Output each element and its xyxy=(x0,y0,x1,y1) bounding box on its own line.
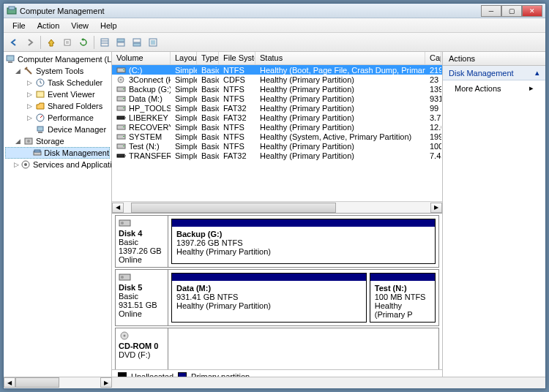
disk-icon xyxy=(119,219,132,227)
volume-name: LIBERKEY (J:) xyxy=(129,113,171,122)
disk-row[interactable]: Disk 4Basic1397.26 GBOnlineBackup (G:)13… xyxy=(115,215,439,268)
volume-layout: Simple xyxy=(171,123,197,132)
volume-row[interactable]: LIBERKEY (J:)SimpleBasicFAT32Healthy (Pr… xyxy=(112,113,442,122)
svg-rect-19 xyxy=(37,127,43,131)
menu-action[interactable]: Action xyxy=(31,20,66,31)
expand-icon[interactable]: ▷ xyxy=(26,91,34,99)
partition[interactable]: Test (N:)100 MB NTFSHealthy (Primary P xyxy=(370,273,436,323)
disk-partitions xyxy=(168,328,438,369)
view-settings-button[interactable] xyxy=(146,35,160,50)
drive-icon xyxy=(116,76,127,83)
tree-task-scheduler[interactable]: ▷ Task Scheduler xyxy=(5,77,110,88)
volume-row[interactable]: (C:)SimpleBasicNTFSHealthy (Boot, Page F… xyxy=(112,65,442,75)
menu-help[interactable]: Help xyxy=(94,20,123,31)
partition[interactable]: Backup (G:)1397.26 GB NTFSHealthy (Prima… xyxy=(171,219,436,264)
list-hscrollbar[interactable]: ◀ ▶ xyxy=(112,201,442,213)
expand-icon[interactable]: ▷ xyxy=(26,102,34,110)
up-button[interactable] xyxy=(44,35,59,50)
disk-partitions: Data (M:)931.41 GB NTFSHealthy (Primary … xyxy=(168,270,438,325)
collapse-icon[interactable]: ◢ xyxy=(14,137,22,146)
maximize-button[interactable]: ▢ xyxy=(501,5,522,17)
tree-device-manager[interactable]: Device Manager xyxy=(5,124,110,135)
properties-button[interactable] xyxy=(60,35,75,50)
bottom-scrollbar[interactable]: ◀ ▶ xyxy=(4,377,545,388)
tree-root[interactable]: Computer Management (Local xyxy=(5,53,110,65)
svg-rect-9 xyxy=(117,42,124,46)
volume-row[interactable]: SYSTEMSimpleBasicNTFSHealthy (System, Ac… xyxy=(112,132,442,141)
volume-row[interactable]: HP_TOOLS (E:)SimpleBasicFAT32Healthy (Pr… xyxy=(112,103,442,113)
scroll-left-button[interactable]: ◀ xyxy=(4,377,15,388)
disk-name: Disk 5 xyxy=(119,283,165,292)
volume-layout: Simple xyxy=(171,75,197,84)
disk-graphical-view[interactable]: Disk 4Basic1397.26 GBOnlineBackup (G:)13… xyxy=(112,213,442,369)
volume-status: Healthy (Primary Partition) xyxy=(255,75,425,84)
collapse-icon: ▴ xyxy=(535,68,539,78)
scroll-right-button[interactable]: ▶ xyxy=(430,203,442,213)
view-bottom-button[interactable] xyxy=(130,35,144,50)
volume-fs: NTFS xyxy=(219,85,255,94)
expand-icon[interactable]: ▷ xyxy=(26,79,34,87)
col-cap[interactable]: Cap xyxy=(425,52,441,64)
disk-size: 1397.26 GB xyxy=(119,246,165,255)
drive-icon xyxy=(116,105,127,112)
menu-view[interactable]: View xyxy=(65,20,94,31)
nav-tree[interactable]: Computer Management (Local ◢ System Tool… xyxy=(4,52,112,382)
tree-disk-management[interactable]: Disk Management xyxy=(5,147,110,159)
view-list-button[interactable] xyxy=(97,35,112,50)
scroll-thumb[interactable] xyxy=(131,203,336,213)
svg-rect-8 xyxy=(117,39,124,42)
col-fs[interactable]: File System xyxy=(219,52,255,64)
disk-type: Basic xyxy=(119,238,165,246)
scroll-thumb[interactable] xyxy=(15,377,59,388)
content-area: Computer Management (Local ◢ System Tool… xyxy=(4,52,545,382)
list-body[interactable]: (C:)SimpleBasicNTFSHealthy (Boot, Page F… xyxy=(112,65,442,201)
collapse-icon[interactable]: ◢ xyxy=(14,67,22,75)
tree-shared-folders[interactable]: ▷ Shared Folders xyxy=(5,100,110,112)
tree-storage[interactable]: ◢ Storage xyxy=(5,135,110,147)
actions-section[interactable]: Disk Management ▴ xyxy=(443,66,545,80)
col-volume[interactable]: Volume xyxy=(112,52,171,64)
expand-icon[interactable]: ▷ xyxy=(14,161,19,169)
volume-row[interactable]: RECOVERY (D:)SimpleBasicNTFSHealthy (Pri… xyxy=(112,122,442,132)
expand-icon[interactable]: ▷ xyxy=(26,114,34,122)
volume-fs: NTFS xyxy=(219,123,255,132)
volume-cap: 199 xyxy=(425,132,441,141)
col-status[interactable]: Status xyxy=(255,52,425,64)
titlebar[interactable]: Computer Management ─ ▢ ✕ xyxy=(4,4,545,18)
disk-row[interactable]: Disk 5Basic931.51 GBOnlineData (M:)931.4… xyxy=(115,269,439,326)
svg-rect-28 xyxy=(123,69,124,70)
scroll-right-button[interactable]: ▶ xyxy=(100,377,112,388)
drive-icon xyxy=(116,152,127,159)
menu-file[interactable]: File xyxy=(7,20,31,31)
view-top-button[interactable] xyxy=(113,35,128,50)
volume-row[interactable]: Data (M:)SimpleBasicNTFSHealthy (Primary… xyxy=(112,94,442,103)
disk-row[interactable]: CD-ROM 0DVD (F:)No Media xyxy=(115,328,439,369)
volume-fs: FAT32 xyxy=(219,113,255,122)
minimize-button[interactable]: ─ xyxy=(481,5,501,17)
tree-system-tools[interactable]: ◢ System Tools xyxy=(5,65,110,77)
volume-list[interactable]: Volume Layout Type File System Status Ca… xyxy=(112,52,442,213)
col-type[interactable]: Type xyxy=(197,52,219,64)
scroll-left-button[interactable]: ◀ xyxy=(112,203,124,213)
disk-info: CD-ROM 0DVD (F:)No Media xyxy=(116,328,168,369)
tree-performance[interactable]: ▷ Performance xyxy=(5,112,110,124)
partition[interactable]: Data (M:)931.41 GB NTFSHealthy (Primary … xyxy=(171,273,367,323)
tree-services-apps[interactable]: ▷ Services and Applications xyxy=(5,159,110,170)
window-title: Computer Management xyxy=(20,7,481,15)
back-button[interactable] xyxy=(7,35,21,50)
volume-row[interactable]: Test (N:)SimpleBasicNTFSHealthy (Primary… xyxy=(112,141,442,151)
partition-status: Healthy (Primary Partition) xyxy=(176,301,362,310)
volume-row[interactable]: 3Connect (H:)SimpleBasicCDFSHealthy (Pri… xyxy=(112,75,442,84)
svg-rect-2 xyxy=(64,39,70,45)
scroll-track[interactable] xyxy=(124,203,430,213)
partition-header xyxy=(370,274,435,281)
volume-status: Healthy (Primary Partition) xyxy=(255,104,425,113)
actions-more[interactable]: More Actions ▸ xyxy=(443,80,545,96)
forward-button[interactable] xyxy=(23,35,37,50)
col-layout[interactable]: Layout xyxy=(171,52,197,64)
close-button[interactable]: ✕ xyxy=(522,5,542,17)
tree-event-viewer[interactable]: ▷ Event Viewer xyxy=(5,88,110,100)
volume-row[interactable]: TRANSFER (L:)SimpleBasicFAT32Healthy (Pr… xyxy=(112,151,442,160)
volume-row[interactable]: Backup (G:)SimpleBasicNTFSHealthy (Prima… xyxy=(112,84,442,94)
refresh-button[interactable] xyxy=(76,35,91,50)
